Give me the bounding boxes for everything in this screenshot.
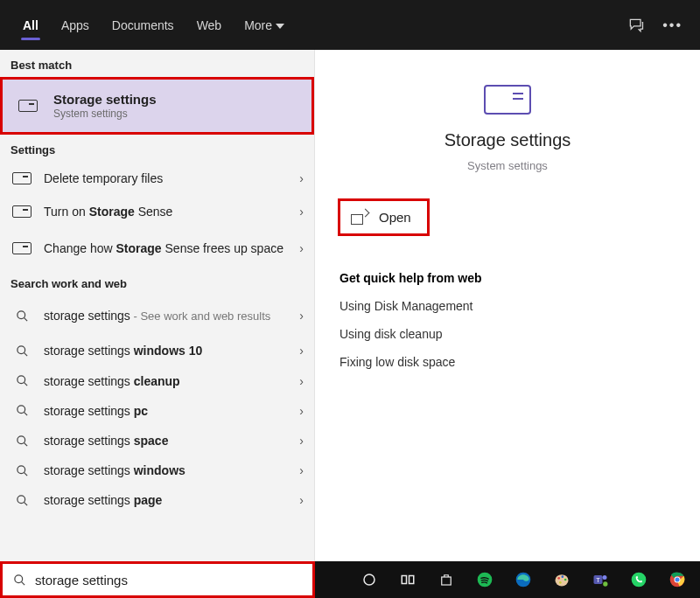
storage-drive-icon bbox=[12, 172, 32, 184]
svg-point-29 bbox=[603, 575, 607, 580]
svg-line-15 bbox=[21, 581, 24, 585]
search-icon bbox=[16, 309, 29, 323]
tab-more[interactable]: More bbox=[235, 13, 293, 38]
quick-help-header: Get quick help from web bbox=[340, 271, 676, 285]
scope-tabs: All Apps Documents Web More bbox=[14, 13, 627, 38]
tab-all[interactable]: All bbox=[14, 13, 47, 38]
search-icon bbox=[16, 494, 29, 507]
svg-line-13 bbox=[24, 502, 27, 505]
search-icon bbox=[13, 574, 26, 587]
settings-item[interactable]: Change how Storage Sense frees up space … bbox=[0, 228, 314, 268]
taskbar: T bbox=[0, 561, 700, 598]
tab-web[interactable]: Web bbox=[188, 13, 231, 38]
search-icon bbox=[16, 374, 29, 387]
web-suggestion[interactable]: storage settings space › bbox=[0, 426, 314, 455]
section-best-match: Best match bbox=[0, 50, 314, 77]
taskbar-search-input[interactable] bbox=[35, 573, 302, 588]
svg-point-24 bbox=[562, 575, 564, 578]
web-suggestion-label: storage settings page bbox=[44, 492, 289, 508]
tab-documents[interactable]: Documents bbox=[103, 13, 183, 38]
more-options-icon[interactable]: ••• bbox=[662, 17, 682, 33]
web-suggestion[interactable]: storage settings windows 10 › bbox=[0, 336, 314, 365]
tab-apps[interactable]: Apps bbox=[52, 13, 98, 38]
storage-drive-icon bbox=[12, 205, 32, 218]
settings-item[interactable]: Turn on Storage Sense › bbox=[0, 195, 314, 228]
whatsapp-icon[interactable] bbox=[621, 561, 656, 598]
cortana-icon[interactable] bbox=[352, 561, 387, 598]
search-icon bbox=[16, 404, 29, 417]
web-suggestion-label: storage settings - See work and web resu… bbox=[44, 308, 289, 324]
chevron-right-icon: › bbox=[299, 463, 304, 477]
search-scope-header: All Apps Documents Web More ••• bbox=[0, 0, 700, 50]
task-view-icon[interactable] bbox=[390, 561, 425, 598]
web-suggestion-label: storage settings windows bbox=[44, 462, 289, 478]
chevron-right-icon: › bbox=[299, 404, 304, 418]
best-match-title: Storage settings bbox=[53, 92, 157, 107]
svg-line-7 bbox=[24, 413, 27, 416]
web-suggestion[interactable]: storage settings cleanup › bbox=[0, 366, 314, 396]
svg-point-34 bbox=[676, 578, 680, 582]
results-pane: Best match Storage settings System setti… bbox=[0, 50, 315, 561]
search-icon bbox=[16, 464, 29, 477]
web-suggestion[interactable]: storage settings - See work and web resu… bbox=[0, 296, 314, 336]
web-suggestion[interactable]: storage settings pc › bbox=[0, 396, 314, 426]
web-suggestion[interactable]: storage settings windows › bbox=[0, 455, 314, 485]
chevron-right-icon: › bbox=[299, 374, 304, 388]
svg-point-23 bbox=[557, 577, 560, 580]
preview-title: Storage settings bbox=[444, 130, 571, 150]
svg-line-9 bbox=[24, 442, 27, 446]
best-match-item[interactable]: Storage settings System settings bbox=[0, 77, 314, 135]
web-suggestion[interactable]: storage settings page › bbox=[0, 485, 314, 515]
svg-point-2 bbox=[17, 346, 24, 354]
quick-help-link[interactable]: Using disk cleanup bbox=[340, 327, 676, 341]
taskbar-search-box[interactable] bbox=[0, 561, 315, 598]
search-icon bbox=[16, 344, 29, 358]
web-suggestion-label: storage settings space bbox=[44, 433, 289, 448]
chevron-right-icon: › bbox=[299, 344, 304, 358]
open-button[interactable]: Open bbox=[338, 198, 430, 236]
teams-icon[interactable]: T bbox=[583, 561, 618, 598]
svg-point-12 bbox=[17, 496, 24, 504]
settings-item-label: Change how Storage Sense frees up space bbox=[44, 240, 289, 256]
chevron-right-icon: › bbox=[299, 171, 304, 185]
svg-point-14 bbox=[15, 574, 23, 582]
store-icon[interactable] bbox=[429, 561, 464, 598]
settings-item[interactable]: Delete temporary files › bbox=[0, 162, 314, 195]
chevron-down-icon bbox=[276, 24, 284, 29]
section-search-web: Search work and web bbox=[0, 268, 314, 296]
open-external-icon bbox=[351, 212, 367, 224]
best-match-subtitle: System settings bbox=[53, 108, 157, 120]
settings-item-label: Turn on Storage Sense bbox=[44, 204, 289, 219]
svg-point-8 bbox=[17, 435, 24, 443]
svg-rect-18 bbox=[410, 576, 414, 584]
svg-line-3 bbox=[24, 352, 27, 356]
preview-subtitle: System settings bbox=[467, 159, 548, 172]
settings-item-label: Delete temporary files bbox=[44, 170, 289, 186]
quick-help-link[interactable]: Using Disk Management bbox=[340, 299, 676, 313]
storage-drive-icon-large bbox=[484, 85, 531, 115]
svg-rect-19 bbox=[442, 577, 452, 585]
svg-point-31 bbox=[632, 573, 647, 588]
paint-icon[interactable] bbox=[544, 561, 579, 598]
svg-rect-17 bbox=[402, 576, 406, 584]
feedback-icon[interactable] bbox=[627, 17, 645, 34]
storage-drive-icon bbox=[12, 242, 32, 254]
chevron-right-icon: › bbox=[299, 241, 304, 255]
chrome-icon[interactable] bbox=[660, 561, 695, 598]
section-settings: Settings bbox=[0, 135, 314, 162]
chevron-right-icon: › bbox=[299, 309, 304, 323]
chevron-right-icon: › bbox=[299, 205, 304, 219]
svg-point-25 bbox=[564, 579, 567, 581]
spotify-icon[interactable] bbox=[467, 561, 502, 598]
open-button-label: Open bbox=[379, 210, 411, 225]
svg-line-5 bbox=[24, 383, 27, 386]
quick-help-link[interactable]: Fixing low disk space bbox=[340, 355, 676, 369]
svg-point-26 bbox=[559, 581, 562, 584]
web-suggestion-label: storage settings cleanup bbox=[44, 373, 289, 389]
storage-drive-icon bbox=[18, 100, 38, 112]
svg-point-30 bbox=[603, 581, 607, 586]
preview-pane: Storage settings System settings Open Ge… bbox=[315, 50, 700, 561]
web-suggestion-label: storage settings pc bbox=[44, 403, 289, 419]
edge-icon[interactable] bbox=[506, 561, 541, 598]
chevron-right-icon: › bbox=[299, 493, 304, 507]
